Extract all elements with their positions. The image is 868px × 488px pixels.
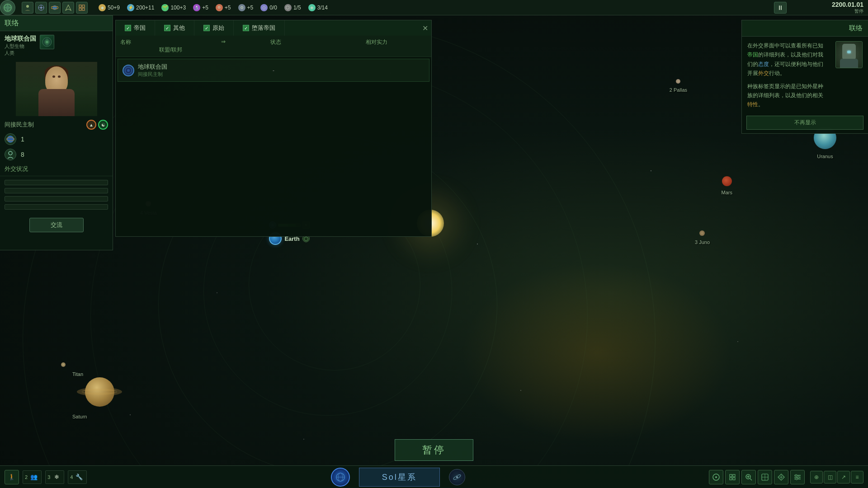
svg-line-33 xyxy=(750,479,752,480)
minimap-btn-2[interactable]: ◫ xyxy=(824,471,836,483)
minimap-controls: ⊕ ◫ ↗ ≡ xyxy=(810,471,863,483)
empire-gov-type: 间接民主制 xyxy=(138,71,167,78)
col-alliance: 联盟/联邦 xyxy=(120,46,221,54)
filter-icon xyxy=(712,473,720,481)
date-sub: 暂停 xyxy=(832,8,863,14)
leader-eye-left xyxy=(52,75,55,78)
empire-logo[interactable] xyxy=(0,0,15,15)
leaders-icon xyxy=(24,4,31,11)
juno-label: 3 Juno xyxy=(695,239,710,245)
svg-point-1 xyxy=(6,6,9,9)
leader-portrait[interactable] xyxy=(16,62,97,116)
saturn-planet[interactable]: Saturn Titan xyxy=(72,371,127,420)
resource-energy[interactable]: ⚡ 200+11 xyxy=(127,4,154,11)
close-button[interactable]: ✕ xyxy=(419,22,431,34)
production-value: +5 xyxy=(247,5,254,11)
diplo-bar-4 xyxy=(5,204,108,210)
highlight-empire: 帝国 xyxy=(747,52,758,58)
pallas-planet[interactable]: 2 Pallas xyxy=(670,79,687,93)
pause-overlay: 暂停 xyxy=(395,439,473,461)
filter-primitive[interactable]: ✓ 原始 xyxy=(194,20,234,36)
empire-species: 人类 xyxy=(5,50,36,56)
influence-value: 0/0 xyxy=(269,5,277,11)
resource-production[interactable]: ⚙ +5 xyxy=(238,4,254,11)
queue-item-2[interactable]: 2 👥 xyxy=(23,470,42,484)
right-info-panel: 联络 在外交界面中可以查看所有已知帝国的详细列表，以及他们对我们的态度，还可以便… xyxy=(741,20,868,134)
filter-empire[interactable]: ✓ 帝国 xyxy=(116,20,155,36)
col-name: 名称 xyxy=(120,38,221,46)
empire-main-name: 地球联合国 xyxy=(138,63,167,71)
queue-item-3[interactable]: 3 ❄ xyxy=(45,470,64,484)
titan-moon[interactable] xyxy=(61,362,66,367)
gov-icon-green[interactable]: ☯ xyxy=(98,120,108,130)
uranus-label: Uranus xyxy=(817,154,833,159)
queue-item-4[interactable]: 4 🔧 xyxy=(68,470,87,484)
energy-value: 200+11 xyxy=(136,5,154,11)
pop-stat-icon xyxy=(5,149,16,160)
empire-flag[interactable] xyxy=(40,35,54,49)
top-bar-icons xyxy=(22,2,88,14)
resource-research[interactable]: 🔬 +5 xyxy=(193,4,208,11)
status-cell: - xyxy=(223,67,324,74)
mapmode-icon xyxy=(761,473,769,481)
galaxy-icon[interactable] xyxy=(449,469,465,485)
table-row[interactable]: 地球联合国 间接民主制 - xyxy=(118,59,429,82)
right-panel-desc: 在外交界面中可以查看所有已知帝国的详细列表，以及他们对我们的态度，还可以便利地与… xyxy=(747,41,828,78)
leader-eye-right xyxy=(58,75,61,78)
resource-food[interactable]: 🌱 100+3 xyxy=(161,4,186,11)
pause-button[interactable]: ⏸ xyxy=(774,2,787,14)
settings-icon xyxy=(793,473,802,481)
icon-ships[interactable] xyxy=(62,2,74,14)
system-icon[interactable] xyxy=(331,468,350,487)
map-filter-btn[interactable] xyxy=(709,470,723,484)
juno-planet[interactable]: 3 Juno xyxy=(695,230,710,245)
research-icon: 🔬 xyxy=(193,4,200,11)
resource-unity[interactable]: ⚙ +5 xyxy=(216,4,231,11)
resource-alloys[interactable]: ⬡ 1/5 xyxy=(284,4,301,11)
icon-leaders[interactable] xyxy=(22,2,33,14)
empire-type: 人型生物 xyxy=(5,43,36,50)
minimap-top-row: ⊕ ◫ ↗ ≡ xyxy=(810,471,863,483)
queue-item-colonize[interactable]: 🚶 xyxy=(5,470,19,484)
map-scroll-btn[interactable] xyxy=(774,470,788,484)
map-icons-btn[interactable] xyxy=(725,470,740,484)
right-panel-text-block: 在外交界面中可以查看所有已知帝国的详细列表，以及他们对我们的态度，还可以便利地与… xyxy=(747,41,828,109)
queue-num-3: 3 xyxy=(47,474,50,480)
gov-icons: ▲ ☯ xyxy=(86,120,108,130)
mars-label: Mars xyxy=(722,190,732,195)
resource-cg[interactable]: ◈ 3/14 xyxy=(308,4,328,11)
right-panel-top: 在外交界面中可以查看所有已知帝国的详细列表，以及他们对我们的态度，还可以便利地与… xyxy=(742,37,868,112)
filter-fallen[interactable]: ✓ 堕落帝国 xyxy=(234,20,285,36)
map-icon xyxy=(728,473,736,481)
svg-point-2 xyxy=(26,5,29,8)
cg-icon: ◈ xyxy=(308,4,316,11)
filter-tabs: ✓ 帝国 ✓ 其他 ✓ 原始 ✓ 堕落帝国 ✕ xyxy=(116,20,431,36)
resource-minerals[interactable]: ◆ 50+9 xyxy=(99,4,120,11)
icon-empire-overview[interactable] xyxy=(76,2,88,14)
icon-planets[interactable] xyxy=(49,2,61,14)
settings-btn[interactable] xyxy=(790,470,805,484)
energy-icon: ⚡ xyxy=(127,4,134,11)
minimap-btn-3[interactable]: ↗ xyxy=(837,471,850,483)
bottom-left-queue: 🚶 2 👥 3 ❄ 4 🔧 xyxy=(0,470,91,484)
unity-value: +5 xyxy=(225,5,231,11)
empire-name-cell: 地球联合国 间接民主制 xyxy=(138,63,167,78)
queue-icon-4: 🔧 xyxy=(74,472,85,483)
stats-row-planets: 1 xyxy=(0,131,113,147)
gov-icon-orange[interactable]: ▲ xyxy=(86,120,96,130)
mars-planet[interactable]: Mars xyxy=(722,176,732,195)
nebula-effect xyxy=(461,262,732,443)
svg-rect-13 xyxy=(82,8,85,10)
filter-other[interactable]: ✓ 其他 xyxy=(155,20,194,36)
dont-show-button[interactable]: 不再显示 xyxy=(746,116,863,130)
map-mode-btn[interactable] xyxy=(758,470,772,484)
exchange-button[interactable]: 交流 xyxy=(29,218,84,232)
minimap-btn-1[interactable]: ⊕ xyxy=(810,471,823,483)
filter-fallen-label: 堕落帝国 xyxy=(252,24,275,32)
juno-body xyxy=(699,230,705,236)
zoom-in-btn[interactable] xyxy=(741,470,756,484)
minimap-btn-4[interactable]: ≡ xyxy=(851,471,863,483)
icon-technology[interactable] xyxy=(35,2,47,14)
svg-rect-12 xyxy=(79,8,81,10)
resource-influence[interactable]: ◇ 0/0 xyxy=(260,4,277,11)
